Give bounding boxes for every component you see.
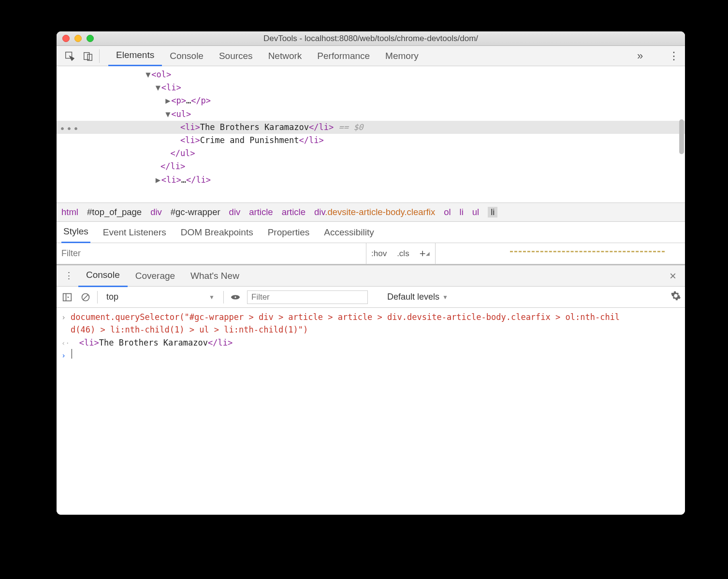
main-toolbar: Elements Console Sources Network Perform… [57,46,685,66]
tab-performance[interactable]: Performance [309,46,378,66]
expand-result-icon[interactable]: ‹· [61,338,70,349]
console-prompt-line[interactable]: › [61,349,680,362]
breadcrumb-item[interactable]: #gc-wrapper [171,207,220,217]
console-output[interactable]: › document.querySelector("#gc-wrapper > … [57,308,685,515]
dom-node[interactable]: </ul> [170,148,195,158]
breadcrumb[interactable]: html #top_of_page div #gc-wrapper div ar… [57,203,685,222]
cls-toggle[interactable]: .cls [392,243,415,264]
tab-sources[interactable]: Sources [211,46,261,66]
svg-rect-3 [63,293,72,301]
log-levels-selector[interactable]: Default levels ▼ [387,292,448,302]
dom-actions-icon[interactable]: ••• [59,121,80,136]
styles-toggle-buttons: :hov .cls +◢ [366,243,436,264]
clear-console-icon[interactable] [79,290,92,304]
breadcrumb-item[interactable]: div [150,207,162,217]
selected-dom-node[interactable]: ••• <li>The Brothers Karamazov</li> == $… [57,121,685,134]
box-model-preview [510,251,665,254]
breadcrumb-item-selected[interactable]: li [488,207,497,217]
breadcrumb-item[interactable]: ol [444,207,451,217]
breadcrumb-item[interactable]: article [249,207,273,217]
breadcrumb-item[interactable]: article [282,207,306,217]
tab-console[interactable]: Console [162,46,211,66]
breadcrumb-item[interactable]: div.devsite-article-body.clearfix [314,207,435,217]
tab-memory[interactable]: Memory [378,46,426,66]
live-expression-icon[interactable] [229,290,242,304]
tab-properties[interactable]: Properties [266,222,312,243]
titlebar: DevTools - localhost:8080/web/tools/chro… [57,31,685,46]
dom-tree[interactable]: ▼<ol> ▼<li> ▶<p>…</p> ▼<ul> ••• <li>The … [57,66,685,203]
svg-line-6 [83,295,88,300]
tab-elements[interactable]: Elements [108,46,162,66]
close-drawer-icon[interactable]: × [664,269,682,283]
styles-filter-row: :hov .cls +◢ [57,243,685,264]
drawer-tabs: ⋮ Console Coverage What's New × [57,264,685,287]
tab-accessibility[interactable]: Accessibility [322,222,376,243]
device-toggle-icon[interactable] [81,49,95,63]
svg-point-7 [234,296,237,298]
separator [97,291,98,304]
prompt-icon: › [61,312,66,323]
separator [99,49,100,63]
drawer-tab-coverage[interactable]: Coverage [128,265,183,287]
console-sidebar-toggle-icon[interactable] [60,290,74,304]
breadcrumb-item[interactable]: #top_of_page [87,207,142,217]
console-result-line[interactable]: ‹· <li>The Brothers Karamazov</li> [61,336,680,349]
drawer-tab-console[interactable]: Console [78,265,128,287]
context-selector[interactable]: top ▼ [102,290,218,304]
tab-network[interactable]: Network [261,46,310,66]
console-filter-input[interactable] [247,290,368,304]
close-window-icon[interactable] [62,35,70,42]
dom-node[interactable]: <li> [161,83,181,92]
dom-node[interactable]: </li> [160,161,185,171]
dom-node[interactable]: <p> [171,96,186,105]
styles-filter-input[interactable] [57,243,366,264]
console-settings-icon[interactable] [670,290,681,304]
zoom-window-icon[interactable] [87,35,94,42]
console-input-line: › document.querySelector("#gc-wrapper > … [61,311,680,336]
drawer-menu-icon[interactable]: ⋮ [59,270,78,281]
prompt-icon: › [61,350,66,362]
devtools-window: DevTools - localhost:8080/web/tools/chro… [57,31,685,515]
drawer-tab-whats-new[interactable]: What's New [183,265,247,287]
tab-event-listeners[interactable]: Event Listeners [101,222,168,243]
overflow-tabs-icon[interactable]: » [633,50,647,62]
hov-toggle[interactable]: :hov [366,243,392,264]
minimize-window-icon[interactable] [74,35,82,42]
breadcrumb-item[interactable]: ul [472,207,479,217]
dom-node[interactable]: <ol> [151,70,171,79]
svg-rect-1 [84,52,89,59]
traffic-lights [57,35,94,42]
chevron-down-icon: ▼ [442,294,448,301]
console-command[interactable]: document.querySelector("#gc-wrapper > di… [71,311,622,336]
breadcrumb-item[interactable]: html [61,207,78,217]
dom-node[interactable]: <li> [180,135,200,145]
new-style-rule-icon[interactable]: +◢ [415,243,435,264]
settings-menu-icon[interactable]: ⋮ [667,50,681,62]
inspect-element-icon[interactable] [62,49,77,63]
console-toolbar: top ▼ Default levels ▼ [57,287,685,308]
tab-dom-breakpoints[interactable]: DOM Breakpoints [179,222,255,243]
sidebar-tabs: Styles Event Listeners DOM Breakpoints P… [57,222,685,243]
breadcrumb-item[interactable]: li [460,207,464,217]
chevron-down-icon: ▼ [209,294,215,301]
dom-node[interactable]: <ul> [171,109,191,119]
main-tabs: Elements Console Sources Network Perform… [108,46,633,66]
tab-styles[interactable]: Styles [61,222,90,243]
scrollbar[interactable] [679,119,684,154]
breadcrumb-item[interactable]: div [229,207,241,217]
dom-node[interactable]: <li> [161,175,181,185]
window-title: DevTools - localhost:8080/web/tools/chro… [57,34,685,43]
separator [223,291,224,304]
text-cursor [72,349,72,359]
